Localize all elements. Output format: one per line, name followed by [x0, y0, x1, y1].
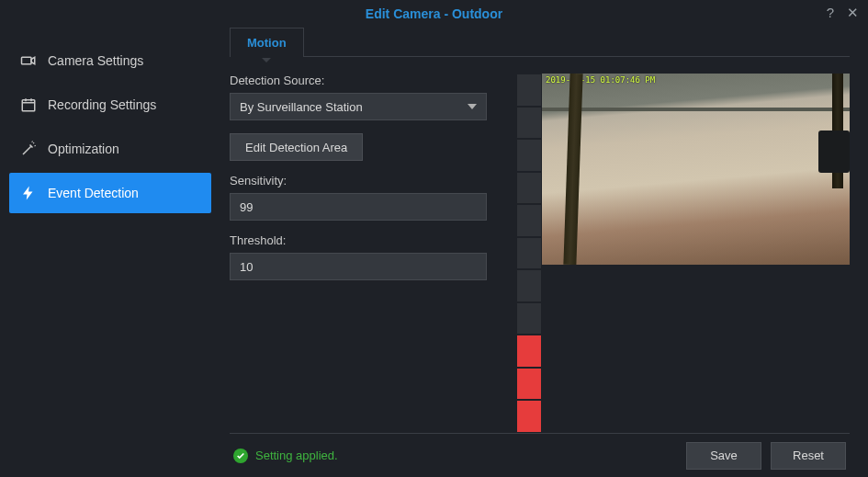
bolt-icon	[20, 185, 37, 201]
field-edit-area: Edit Detection Area	[230, 133, 487, 161]
level-cell	[516, 302, 542, 335]
close-icon[interactable]: ✕	[847, 6, 859, 19]
footer-bar: Setting applied. Save Reset	[230, 433, 850, 477]
status-text: Setting applied.	[255, 449, 338, 462]
level-cell	[516, 74, 542, 107]
sidebar-item-label: Camera Settings	[48, 53, 143, 68]
level-cell	[516, 172, 542, 205]
detection-source-select[interactable]: By Surveillance Station	[230, 93, 487, 120]
sidebar-item-label: Event Detection	[48, 186, 139, 200]
level-cell	[516, 269, 542, 302]
level-cell	[516, 204, 542, 237]
preview-decor	[563, 74, 582, 265]
window-title: Edit Camera - Outdoor	[366, 6, 502, 21]
tab-label: Motion	[247, 36, 287, 50]
reset-button[interactable]: Reset	[771, 442, 846, 470]
calendar-icon	[20, 97, 37, 113]
help-icon[interactable]: ?	[827, 6, 834, 19]
detection-source-label: Detection Source:	[230, 74, 487, 87]
settings-form: Detection Source: By Surveillance Statio…	[230, 74, 487, 433]
level-cell	[516, 107, 542, 140]
tab-motion[interactable]: Motion	[230, 28, 304, 57]
footer-buttons: Save Reset	[686, 442, 846, 470]
edit-detection-area-button[interactable]: Edit Detection Area	[230, 133, 363, 161]
motion-level-meter	[516, 74, 542, 433]
preview-timestamp-overlay: 2019-06-15 01:07:46 PM	[546, 75, 655, 85]
button-label: Reset	[793, 449, 824, 462]
preview-column: 2019-06-15 01:07:46 PM	[516, 74, 850, 433]
button-label: Save	[710, 449, 738, 462]
sensitivity-input[interactable]	[230, 193, 487, 221]
level-cell	[516, 335, 542, 368]
field-threshold: Threshold:	[230, 233, 487, 280]
tab-active-indicator	[262, 58, 271, 62]
sidebar-item-label: Recording Settings	[48, 97, 156, 112]
window-controls: ? ✕	[827, 6, 859, 19]
field-sensitivity: Sensitivity:	[230, 174, 487, 221]
status-message: Setting applied.	[233, 449, 338, 463]
button-label: Edit Detection Area	[245, 141, 347, 154]
camera-preview: 2019-06-15 01:07:46 PM	[542, 74, 850, 265]
tab-content: Detection Source: By Surveillance Statio…	[230, 57, 850, 433]
sidebar: Camera Settings Recording Settings Optim…	[0, 28, 220, 477]
threshold-label: Threshold:	[230, 233, 487, 247]
sidebar-item-camera-settings[interactable]: Camera Settings	[9, 40, 211, 81]
sidebar-item-event-detection[interactable]: Event Detection	[9, 173, 211, 213]
wand-icon	[20, 141, 37, 157]
svg-rect-0	[22, 57, 32, 64]
threshold-input[interactable]	[230, 253, 487, 280]
camera-icon	[20, 52, 37, 69]
select-value: By Surveillance Station	[240, 100, 363, 114]
check-circle-icon	[233, 449, 248, 463]
sidebar-item-label: Optimization	[48, 142, 119, 156]
level-cell	[516, 237, 542, 270]
sidebar-item-optimization[interactable]: Optimization	[9, 129, 211, 169]
tab-bar: Motion	[230, 28, 850, 57]
titlebar: Edit Camera - Outdoor ? ✕	[0, 0, 868, 28]
chevron-down-icon	[468, 104, 477, 109]
main-panel: Motion Detection Source: By Surveillance…	[220, 28, 868, 477]
level-cell	[516, 400, 542, 433]
save-button[interactable]: Save	[686, 442, 761, 470]
level-cell	[516, 368, 542, 401]
svg-rect-1	[22, 100, 35, 111]
preview-decor	[818, 131, 850, 173]
sidebar-item-recording-settings[interactable]: Recording Settings	[9, 85, 211, 125]
sensitivity-label: Sensitivity:	[230, 174, 487, 187]
field-detection-source: Detection Source: By Surveillance Statio…	[230, 74, 487, 120]
level-cell	[516, 139, 542, 172]
